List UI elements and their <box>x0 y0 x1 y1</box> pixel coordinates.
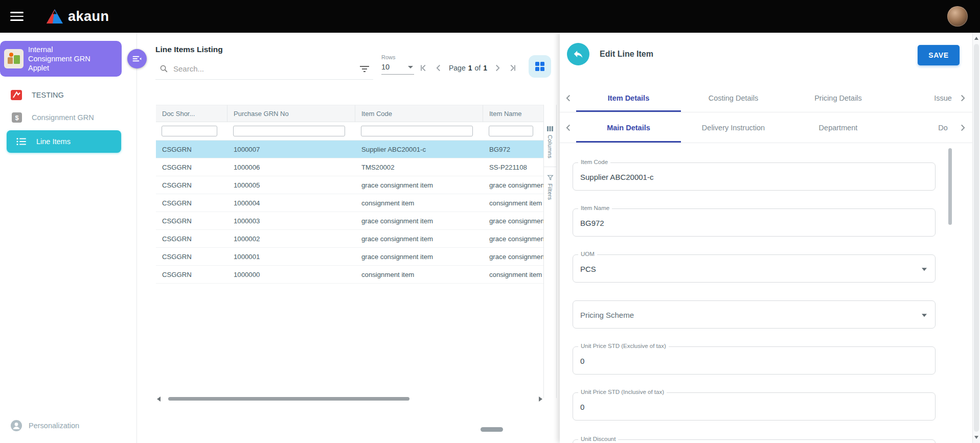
personalization-button[interactable]: Personalization <box>10 419 79 432</box>
item-name-field[interactable]: Item Name BG972 <box>573 208 936 237</box>
menu-icon[interactable] <box>10 12 24 21</box>
columns-tool-button[interactable]: Columns <box>546 125 554 158</box>
sidebar-collapse-button[interactable] <box>127 49 147 68</box>
tab-doc[interactable]: Do <box>891 112 954 143</box>
panel-title: Edit Line Item <box>600 50 653 59</box>
field-value: PCS <box>580 264 596 273</box>
scroll-right-arrow[interactable] <box>539 397 542 402</box>
unit-price-std-inclusive-field[interactable]: Unit Price STD (Inclusive of tax) 0 <box>573 392 936 421</box>
panel-resize-handle[interactable] <box>481 427 503 432</box>
column-header-doc-short-code[interactable]: Doc Shor... <box>156 105 227 122</box>
scroll-up-arrow[interactable] <box>974 37 978 40</box>
subtabs-scroll-left-button[interactable] <box>562 121 575 134</box>
last-page-button[interactable] <box>506 61 519 75</box>
tabs-scroll-right-button[interactable] <box>956 91 969 105</box>
tab-item-details[interactable]: Item Details <box>576 84 681 112</box>
tab-costing-details[interactable]: Costing Details <box>681 84 786 112</box>
tabs-scroll-left-button[interactable] <box>562 91 575 105</box>
chevron-down-icon <box>922 268 927 271</box>
sidebar-menu: TESTING $ Consignment GRN <box>0 84 136 154</box>
scroll-left-arrow[interactable] <box>157 397 161 402</box>
sidebar-item-consignment-grn[interactable]: $ Consignment GRN <box>0 106 136 129</box>
field-value: Supplier ABC20001-c <box>580 172 653 181</box>
scroll-down-arrow[interactable] <box>974 436 978 439</box>
tab-issue[interactable]: Issue <box>891 84 954 112</box>
back-button[interactable] <box>567 43 589 65</box>
table-row[interactable]: CSGGRN 1000006 TMS20002 SS-P221108 <box>156 158 543 176</box>
divider <box>544 167 556 167</box>
line-items-listing-panel: Line Items Listing Rows 10 Pag <box>137 33 560 443</box>
field-value: BG972 <box>580 218 604 227</box>
edit-form: Item Code Supplier ABC20001-c Item Name … <box>560 143 972 443</box>
unit-discount-field[interactable]: Unit Discount <box>573 439 936 443</box>
person-icon <box>10 419 22 432</box>
item-code-field[interactable]: Item Code Supplier ABC20001-c <box>573 162 936 191</box>
pricing-scheme-select[interactable]: Pricing Scheme <box>573 300 936 329</box>
horizontal-scrollbar-thumb[interactable] <box>168 397 409 401</box>
table-row[interactable]: CSGGRN 1000001 grace consignment item gr… <box>156 248 543 266</box>
tab-department[interactable]: Department <box>786 112 891 143</box>
table-row[interactable]: CSGGRN 1000005 grace consignment item gr… <box>156 176 543 194</box>
menu-open-icon <box>132 54 142 64</box>
tab-main-details[interactable]: Main Details <box>576 112 681 143</box>
table-filter-row <box>156 122 543 141</box>
table-row[interactable]: CSGGRN 1000002 grace consignment item gr… <box>156 230 543 248</box>
uom-select[interactable]: UOM PCS <box>573 254 936 283</box>
table-row[interactable]: CSGGRN 1000007 Supplier ABC20001-c BG972 <box>156 141 543 158</box>
list-icon <box>15 137 28 146</box>
previous-page-button[interactable] <box>432 61 445 75</box>
filters-tool-label: Filters <box>547 183 553 200</box>
grid-view-button[interactable] <box>529 55 551 78</box>
edit-line-item-panel: Edit Line Item SAVE Item Details Costing… <box>560 33 972 443</box>
listing-title: Line Items Listing <box>155 45 223 54</box>
sidebar-item-label: Consignment GRN <box>32 113 94 122</box>
chevron-down-icon <box>922 314 927 317</box>
user-avatar[interactable] <box>947 6 968 27</box>
filter-input-item-code[interactable] <box>361 126 473 136</box>
rows-per-page-select[interactable]: Rows 10 <box>381 54 414 75</box>
filter-input-item-name[interactable] <box>489 126 533 136</box>
page-scrollbar <box>972 33 980 443</box>
primary-tabs: Item Details Costing Details Pricing Det… <box>560 84 972 112</box>
rows-label: Rows <box>381 54 414 60</box>
table-header-row: Doc Shor... Purchase GRN No Item Code It… <box>156 105 543 122</box>
pagination: Page 1 of 1 <box>417 61 519 75</box>
unit-price-std-exclusive-field[interactable]: Unit Price STD (Exclusive of tax) 0 <box>573 346 936 375</box>
rows-value: 10 <box>381 63 390 71</box>
column-header-item-code[interactable]: Item Code <box>355 105 483 122</box>
table-row[interactable]: CSGGRN 1000003 grace consignment item gr… <box>156 212 543 230</box>
tab-pricing-details[interactable]: Pricing Details <box>786 84 891 112</box>
applet-badge[interactable]: Internal Consignment GRN Applet <box>0 41 122 77</box>
field-label: UOM <box>578 251 597 257</box>
tab-delivery-instruction[interactable]: Delivery Instruction <box>681 112 786 143</box>
save-button[interactable]: SAVE <box>918 45 960 65</box>
table-row[interactable]: CSGGRN 1000000 consignment item consignm… <box>156 266 543 284</box>
field-label: Unit Discount <box>578 436 618 442</box>
filters-tool-button[interactable]: Filters <box>547 174 554 200</box>
chevron-down-icon <box>408 66 413 68</box>
search-input[interactable] <box>173 64 360 73</box>
field-label: Item Code <box>578 159 610 165</box>
total-pages: 1 <box>483 64 487 72</box>
table-row[interactable]: CSGGRN 1000004 consignment item consignm… <box>156 194 543 212</box>
column-header-purchase-grn-no[interactable]: Purchase GRN No <box>227 105 355 122</box>
column-header-item-name[interactable]: Item Name <box>483 105 543 122</box>
brand-triangle-icon <box>46 9 63 24</box>
form-scrollbar-thumb[interactable] <box>948 148 952 225</box>
field-label: Unit Price STD (Inclusive of tax) <box>578 389 667 395</box>
consignment-grn-icon: $ <box>10 111 24 124</box>
secondary-tabs: Main Details Delivery Instruction Depart… <box>560 112 972 143</box>
next-page-button[interactable] <box>491 61 504 75</box>
applet-icon <box>4 49 24 68</box>
page-scrollbar-thumb[interactable] <box>974 44 979 432</box>
testing-app-icon <box>10 88 24 102</box>
filter-input-doc-short-code[interactable] <box>162 126 217 136</box>
subtabs-scroll-right-button[interactable] <box>956 121 969 134</box>
grid-view-icon <box>534 61 545 72</box>
filter-list-icon[interactable] <box>360 65 369 73</box>
first-page-button[interactable] <box>417 61 430 75</box>
sidebar-item-testing[interactable]: TESTING <box>0 84 136 106</box>
line-items-table: Doc Shor... Purchase GRN No Item Code It… <box>156 105 543 284</box>
filter-input-purchase-grn-no[interactable] <box>233 126 345 136</box>
sidebar-item-line-items[interactable]: Line Items <box>7 130 121 153</box>
